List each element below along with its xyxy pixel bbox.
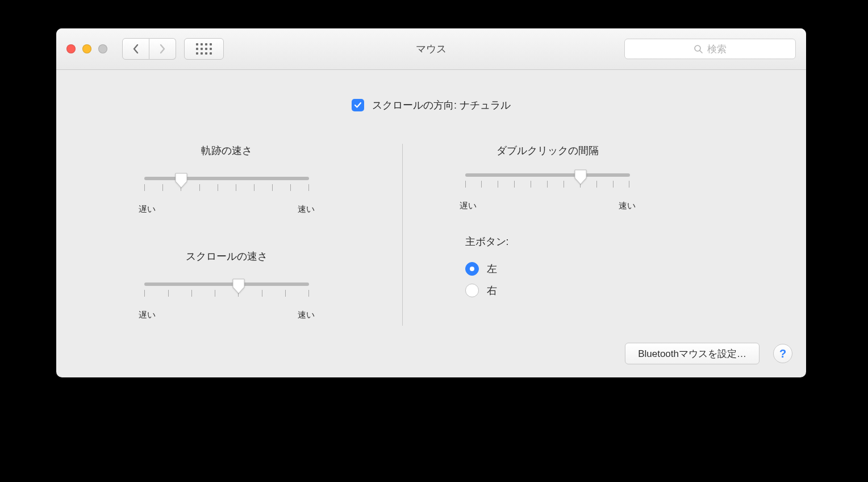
- tracking-speed-title: 軌跡の速さ: [124, 144, 329, 157]
- tracking-speed-slider[interactable]: [144, 174, 309, 203]
- slider-thumb[interactable]: [174, 172, 188, 188]
- back-button[interactable]: [122, 38, 149, 60]
- doubleclick-slow-label: 遅い: [460, 201, 477, 211]
- slider-thumb[interactable]: [232, 278, 245, 294]
- slider-thumb[interactable]: [574, 169, 587, 185]
- ticks: [465, 181, 630, 188]
- footer: Bluetoothマウスを設定… ?: [625, 343, 792, 364]
- window-controls: [66, 44, 107, 53]
- doubleclick-fast-label: 速い: [619, 201, 636, 211]
- ticks: [144, 290, 309, 297]
- zoom-window-button[interactable]: [98, 44, 107, 53]
- pane-content: スクロールの方向: ナチュラル 軌跡の速さ 遅い 速い: [56, 70, 806, 377]
- scrolling-fast-label: 速い: [298, 310, 315, 321]
- primary-left-label: 左: [487, 262, 497, 276]
- primary-left-option[interactable]: 左: [465, 262, 509, 276]
- minimize-window-button[interactable]: [82, 44, 91, 53]
- primary-button-block: 主ボタン: 左 右: [465, 235, 509, 305]
- help-button[interactable]: ?: [773, 344, 792, 363]
- search-field[interactable]: 検索: [624, 39, 796, 59]
- tracking-slow-label: 遅い: [139, 204, 156, 215]
- bluetooth-setup-button[interactable]: Bluetoothマウスを設定…: [625, 343, 760, 364]
- scrolling-slow-label: 遅い: [139, 310, 156, 321]
- doubleclick-block: ダブルクリックの間隔 遅い 速い: [465, 144, 630, 201]
- scroll-direction-row: スクロールの方向: ナチュラル: [56, 98, 806, 112]
- ticks: [144, 184, 309, 191]
- preferences-window: マウス 検索 スクロールの方向: ナチュラル 軌跡の速さ: [56, 28, 806, 377]
- doubleclick-title: ダブルクリックの間隔: [465, 144, 630, 157]
- search-icon: [694, 44, 703, 53]
- primary-right-label: 右: [487, 284, 497, 297]
- tracking-fast-label: 速い: [298, 204, 315, 215]
- grid-icon: [196, 43, 212, 55]
- show-all-button[interactable]: [184, 38, 224, 60]
- scroll-direction-checkbox[interactable]: [352, 99, 364, 111]
- doubleclick-slider[interactable]: [465, 171, 630, 200]
- scroll-direction-label: スクロールの方向: ナチュラル: [372, 98, 511, 112]
- tracking-speed-block: 軌跡の速さ 遅い 速い: [124, 144, 329, 204]
- right-column: ダブルクリックの間隔 遅い 速い 主ボタン:: [403, 144, 807, 326]
- scrolling-speed-slider[interactable]: [144, 280, 309, 309]
- scrolling-speed-title: スクロールの速さ: [124, 250, 329, 263]
- nav-buttons: [122, 38, 176, 60]
- checkmark-icon: [354, 101, 362, 109]
- scrolling-speed-block: スクロールの速さ 遅い 速い: [124, 250, 329, 310]
- chevron-right-icon: [159, 44, 166, 54]
- chevron-left-icon: [132, 44, 139, 54]
- primary-button-title: 主ボタン:: [465, 235, 509, 248]
- window-title: マウス: [416, 42, 446, 56]
- radio-right[interactable]: [465, 284, 479, 297]
- svg-line-1: [700, 51, 702, 53]
- radio-left[interactable]: [465, 262, 479, 276]
- primary-right-option[interactable]: 右: [465, 284, 509, 297]
- close-window-button[interactable]: [66, 44, 76, 53]
- forward-button[interactable]: [149, 38, 176, 60]
- left-column: 軌跡の速さ 遅い 速い スクロールの速さ: [56, 144, 402, 326]
- search-placeholder: 検索: [707, 43, 727, 56]
- titlebar: マウス 検索: [56, 28, 806, 70]
- help-icon: ?: [779, 347, 786, 360]
